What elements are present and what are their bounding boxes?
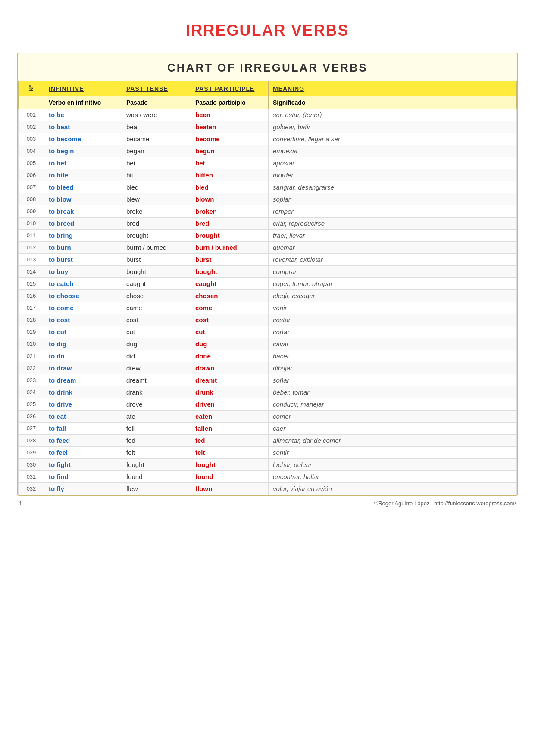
row-infinitive: to bite bbox=[44, 169, 122, 181]
page-number: 1 bbox=[19, 500, 22, 507]
table-row: 011to bringbroughtbroughttraer, llevar bbox=[19, 230, 517, 242]
infinitive-subheader: Verbo en infinitivo bbox=[44, 96, 122, 109]
row-number: 024 bbox=[19, 386, 44, 398]
row-meaning: golpear, batir bbox=[269, 121, 517, 133]
row-meaning: comprar bbox=[269, 266, 517, 278]
row-past-participle: bled bbox=[191, 181, 269, 193]
row-number: 011 bbox=[19, 230, 44, 242]
row-meaning: sangrar, desangrarse bbox=[269, 181, 517, 193]
row-past-participle: felt bbox=[191, 447, 269, 459]
row-past-tense: cut bbox=[122, 326, 191, 338]
row-number: 021 bbox=[19, 350, 44, 362]
row-infinitive: to bring bbox=[44, 230, 122, 242]
row-past-participle: bred bbox=[191, 218, 269, 230]
row-past-participle: found bbox=[191, 471, 269, 483]
chart-wrapper: CHART OF IRREGULAR VERBS Nº INFINITIVE P… bbox=[17, 53, 518, 496]
past-subheader: Pasado bbox=[122, 96, 191, 109]
row-number: 001 bbox=[19, 109, 44, 121]
row-past-tense: dug bbox=[122, 338, 191, 350]
row-past-participle: beaten bbox=[191, 121, 269, 133]
row-infinitive: to break bbox=[44, 205, 122, 218]
row-past-tense: was / were bbox=[122, 109, 191, 121]
row-number: 015 bbox=[19, 278, 44, 290]
table-row: 029to feelfeltfeltsentir bbox=[19, 447, 517, 459]
table-row: 032to flyflewflownvolar, viajar en avión bbox=[19, 483, 517, 495]
row-infinitive: to drink bbox=[44, 386, 122, 398]
row-meaning: costar bbox=[269, 314, 517, 326]
row-past-participle: begun bbox=[191, 145, 269, 157]
row-meaning: sentir bbox=[269, 447, 517, 459]
row-meaning: beber, tomar bbox=[269, 386, 517, 398]
meaning-subheader: Significado bbox=[269, 96, 517, 109]
row-past-participle: dug bbox=[191, 338, 269, 350]
row-past-participle: drunk bbox=[191, 386, 269, 398]
row-infinitive: to beat bbox=[44, 121, 122, 133]
row-meaning: convertirse, llegar a ser bbox=[269, 133, 517, 145]
row-number: 031 bbox=[19, 471, 44, 483]
table-row: 001to bewas / werebeenser, estar, (tener… bbox=[19, 109, 517, 121]
row-past-participle: driven bbox=[191, 398, 269, 411]
row-meaning: criar, reproducirse bbox=[269, 218, 517, 230]
row-number: 016 bbox=[19, 290, 44, 302]
row-meaning: elegir, escoger bbox=[269, 290, 517, 302]
row-past-tense: bought bbox=[122, 266, 191, 278]
table-header-row: Nº INFINITIVE PAST TENSE PAST PARTICIPLE… bbox=[19, 81, 517, 96]
row-past-tense: drove bbox=[122, 398, 191, 411]
row-number: 032 bbox=[19, 483, 44, 495]
row-number: 022 bbox=[19, 362, 44, 374]
row-number: 005 bbox=[19, 157, 44, 169]
row-meaning: traer, llevar bbox=[269, 230, 517, 242]
row-infinitive: to dig bbox=[44, 338, 122, 350]
row-past-tense: ate bbox=[122, 411, 191, 423]
row-meaning: cavar bbox=[269, 338, 517, 350]
row-number: 006 bbox=[19, 169, 44, 181]
row-number: 014 bbox=[19, 266, 44, 278]
table-row: 022to drawdrewdrawndibujar bbox=[19, 362, 517, 374]
past-participle-header: PAST PARTICIPLE bbox=[191, 81, 269, 96]
row-past-participle: chosen bbox=[191, 290, 269, 302]
row-past-participle: come bbox=[191, 302, 269, 314]
row-past-participle: flown bbox=[191, 483, 269, 495]
row-meaning: morder bbox=[269, 169, 517, 181]
past-tense-header: PAST TENSE bbox=[122, 81, 191, 96]
row-infinitive: to burn bbox=[44, 242, 122, 254]
table-row: 024to drinkdrankdrunkbeber, tomar bbox=[19, 386, 517, 398]
infinitive-header: INFINITIVE bbox=[44, 81, 122, 96]
table-row: 023to dreamdreamtdreamtsoñar bbox=[19, 374, 517, 386]
table-row: 005to betbetbetapostar bbox=[19, 157, 517, 169]
row-number: 008 bbox=[19, 193, 44, 205]
row-meaning: alimentar, dar de comer bbox=[269, 435, 517, 447]
row-past-tense: burst bbox=[122, 254, 191, 266]
row-infinitive: to choose bbox=[44, 290, 122, 302]
table-subheader-row: Verbo en infinitivo Pasado Pasado partic… bbox=[19, 96, 517, 109]
row-infinitive: to feed bbox=[44, 435, 122, 447]
table-row: 020to digdugdugcavar bbox=[19, 338, 517, 350]
row-meaning: caer bbox=[269, 423, 517, 435]
row-meaning: quemar bbox=[269, 242, 517, 254]
row-infinitive: to buy bbox=[44, 266, 122, 278]
row-meaning: soñar bbox=[269, 374, 517, 386]
table-row: 004to beginbeganbegunempezar bbox=[19, 145, 517, 157]
row-past-participle: burst bbox=[191, 254, 269, 266]
row-meaning: cortar bbox=[269, 326, 517, 338]
row-number: 029 bbox=[19, 447, 44, 459]
row-past-tense: caught bbox=[122, 278, 191, 290]
row-infinitive: to do bbox=[44, 350, 122, 362]
row-past-participle: cost bbox=[191, 314, 269, 326]
row-past-tense: bred bbox=[122, 218, 191, 230]
row-meaning: encontrar, hallar bbox=[269, 471, 517, 483]
row-meaning: empezar bbox=[269, 145, 517, 157]
row-past-participle: bought bbox=[191, 266, 269, 278]
row-number: 012 bbox=[19, 242, 44, 254]
row-past-tense: bet bbox=[122, 157, 191, 169]
table-row: 002to beatbeatbeatengolpear, batir bbox=[19, 121, 517, 133]
table-row: 028to feedfedfedalimentar, dar de comer bbox=[19, 435, 517, 447]
row-past-tense: became bbox=[122, 133, 191, 145]
row-infinitive: to fly bbox=[44, 483, 122, 495]
row-infinitive: to eat bbox=[44, 411, 122, 423]
row-infinitive: to feel bbox=[44, 447, 122, 459]
row-number: 028 bbox=[19, 435, 44, 447]
row-number: 019 bbox=[19, 326, 44, 338]
row-infinitive: to bleed bbox=[44, 181, 122, 193]
row-meaning: comer bbox=[269, 411, 517, 423]
